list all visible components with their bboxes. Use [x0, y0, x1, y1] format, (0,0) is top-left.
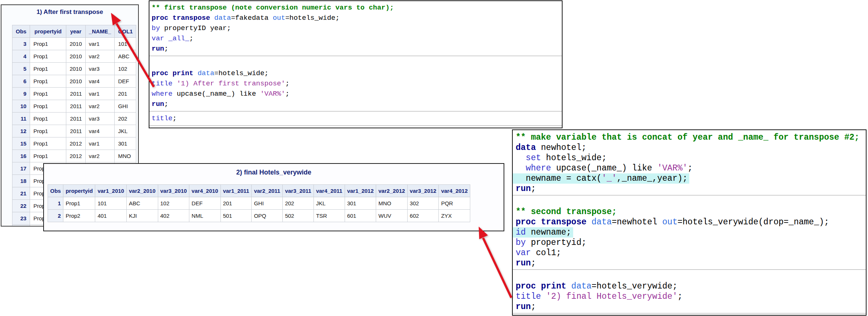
table-cell: 102 — [115, 63, 136, 75]
table-cell: GHI — [115, 100, 136, 113]
table-cell: 501 — [220, 210, 252, 222]
code-line: by propertyID year; — [152, 23, 562, 33]
code-line: where upcase(_name_) like 'VAR%'; — [152, 89, 562, 99]
code-line: ** make variable that is concat of year … — [516, 132, 866, 143]
code-line: run; — [152, 99, 562, 109]
table-row: 4Prop12010var2ABC — [12, 50, 136, 63]
table-hotels-verywide: Obspropertyidvar1_2010var2_2010var3_2010… — [48, 184, 470, 222]
table-cell: var3 — [85, 113, 115, 125]
table-cell: 302 — [407, 197, 439, 210]
table-cell: 2011 — [66, 88, 85, 100]
table-cell: 2012 — [66, 137, 85, 150]
code-line — [152, 58, 562, 68]
table-cell: 2010 — [66, 50, 85, 63]
table-cell: var1 — [85, 38, 115, 50]
obs-cell: 5 — [12, 63, 30, 75]
table-cell: ABC — [115, 50, 136, 63]
code-line — [516, 271, 866, 281]
code-line: var col1; — [516, 248, 866, 258]
code-line: proc print data=hotels_verywide; — [516, 281, 866, 291]
code-line: where upcase(_name_) like 'VAR%'; — [516, 163, 866, 173]
column-header: var2_2010 — [126, 185, 158, 197]
table-cell: Prop1 — [30, 125, 66, 137]
output-title-1: 1) After first transpose — [1, 8, 138, 16]
code-line: set hotels_wide; — [516, 153, 866, 163]
statement-separator — [513, 195, 866, 195]
column-header: COL1 — [115, 25, 136, 38]
table-cell: 402 — [158, 210, 189, 222]
table-cell: 601 — [345, 210, 376, 222]
table-row: 12Prop12011var4JKL — [12, 125, 136, 137]
table-cell: Prop1 — [30, 38, 66, 50]
table-row: 3Prop12010var1101 — [12, 38, 136, 50]
obs-cell: 11 — [12, 113, 30, 125]
table-cell: var4 — [85, 75, 115, 88]
table-row: 9Prop12011var1201 — [12, 88, 136, 100]
table-row: 1Prop1101ABC102DEF201GHI202JKL301MNO302P… — [48, 197, 470, 210]
code-editor-second-transpose[interactable]: ** make variable that is concat of year … — [512, 129, 867, 316]
table-cell: 301 — [115, 137, 136, 150]
table-cell: Prop1 — [30, 113, 66, 125]
obs-cell: 16 — [12, 150, 30, 162]
obs-cell: 2 — [48, 210, 63, 222]
code-line: proc transpose data=fakedata out=hotels_… — [152, 13, 562, 23]
table-cell: PQR — [439, 197, 470, 210]
table-cell: ZYX — [439, 210, 470, 222]
table-cell: 2011 — [66, 100, 85, 113]
table-row: 15Prop12012var1301 — [12, 137, 136, 150]
obs-cell: 10 — [12, 100, 30, 113]
column-header: var3_2012 — [407, 185, 439, 197]
obs-cell: 22 — [12, 200, 30, 212]
statement-separator — [149, 111, 562, 111]
screenshot-root: 1) After first transpose Obspropertyidye… — [0, 0, 868, 316]
table-cell: Prop1 — [63, 197, 95, 210]
table-row: 2Prop2401KJI402NML501OPQ502TSR601WUV602Z… — [48, 210, 470, 222]
table-cell: OPQ — [252, 210, 283, 222]
table-cell: 301 — [345, 197, 376, 210]
code-line: run; — [516, 302, 866, 312]
obs-cell: 21 — [12, 187, 30, 200]
table-cell: 2010 — [66, 63, 85, 75]
column-header: var4_2011 — [314, 185, 345, 197]
statement-separator — [513, 313, 866, 313]
statement-separator — [149, 56, 562, 56]
table-cell: var2 — [85, 50, 115, 63]
table-cell: var1 — [85, 137, 115, 150]
table-cell: 2010 — [66, 75, 85, 88]
column-header: Obs — [48, 185, 63, 197]
table-row: 5Prop12010var3102 — [12, 63, 136, 75]
table-cell: Prop1 — [30, 150, 66, 162]
highlighted-code: id newname; — [513, 227, 573, 238]
code-line: proc transpose data=newhotel out=hotels_… — [516, 217, 866, 227]
table-cell: 201 — [115, 88, 136, 100]
code-line: var _all_; — [152, 33, 562, 44]
table-cell: var2 — [85, 150, 115, 162]
table-cell: MNO — [376, 197, 408, 210]
obs-cell: 15 — [12, 137, 30, 150]
table-cell: 101 — [95, 197, 127, 210]
obs-cell: 12 — [12, 125, 30, 137]
code-line: by propertyid; — [516, 238, 866, 248]
table-cell: MNO — [115, 150, 136, 162]
table-cell: Prop1 — [30, 100, 66, 113]
table-cell: Prop1 — [30, 63, 66, 75]
table-cell: Prop1 — [30, 50, 66, 63]
table-cell: DEF — [115, 75, 136, 88]
table-cell: 502 — [283, 210, 314, 222]
statement-separator — [149, 125, 562, 126]
obs-cell: 24 — [12, 225, 30, 227]
obs-cell: 6 — [12, 75, 30, 88]
obs-cell: 9 — [12, 88, 30, 100]
code-line: title '2) final Hotels_verywide'; — [516, 291, 866, 302]
obs-cell: 3 — [12, 38, 30, 50]
code-editor-first-transpose[interactable]: ** first transpose (note conversion nume… — [149, 0, 563, 128]
highlighted-code: newname = catx('_',_name_,year); — [513, 173, 689, 184]
obs-cell: 17 — [12, 162, 30, 175]
table-row: 6Prop12010var4DEF — [12, 75, 136, 88]
table-cell: 2011 — [66, 125, 85, 137]
table-cell: Prop1 — [30, 88, 66, 100]
statement-separator — [513, 269, 866, 270]
table-cell: NML — [189, 210, 221, 222]
table-cell: 102 — [158, 197, 189, 210]
table-cell: 602 — [407, 210, 439, 222]
